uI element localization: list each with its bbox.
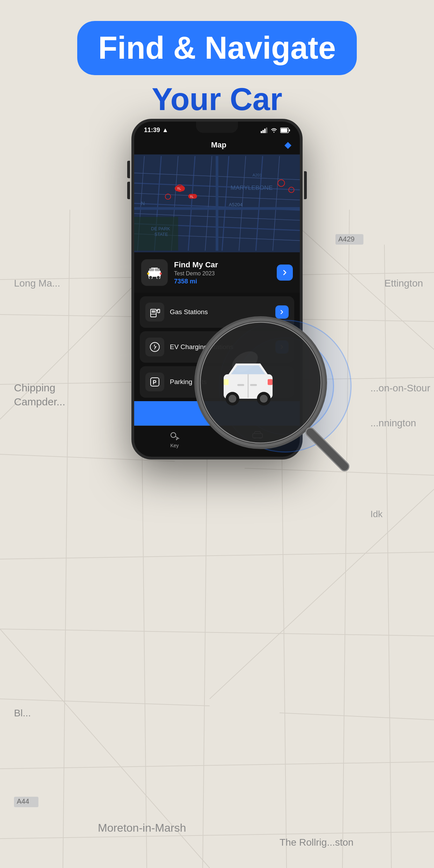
- magnifier-svg: [191, 313, 359, 480]
- find-car-distance: 7358 mi: [174, 278, 270, 285]
- nav-item-key[interactable]: Key: [170, 431, 180, 448]
- svg-rect-113: [268, 379, 273, 385]
- app-header-section: Find & Navigate Your Car: [0, 21, 434, 117]
- svg-rect-37: [262, 130, 264, 133]
- svg-text:...nnington: ...nnington: [370, 418, 416, 428]
- svg-rect-36: [261, 131, 262, 133]
- volume-down-button: [127, 182, 130, 199]
- svg-point-89: [150, 342, 159, 352]
- svg-point-106: [229, 395, 236, 403]
- svg-text:Chipping: Chipping: [14, 382, 55, 393]
- svg-rect-110: [237, 384, 244, 386]
- svg-text:TL: TL: [177, 187, 181, 190]
- svg-rect-85: [152, 310, 155, 313]
- svg-rect-42: [289, 129, 290, 131]
- headline-line1: Find & Navigate: [98, 30, 336, 65]
- svg-rect-111: [250, 384, 257, 386]
- svg-text:DE PARK: DE PARK: [151, 226, 170, 231]
- find-my-car-card[interactable]: Find My Car Test Demo 2023 7358 mi: [134, 252, 300, 293]
- signal-icon: [261, 128, 268, 133]
- parking-icon-box: P: [145, 372, 164, 391]
- find-car-arrow-button[interactable]: [277, 265, 293, 281]
- app-nav-bar: Map ◆: [134, 137, 300, 154]
- svg-text:Bl...: Bl...: [14, 708, 31, 718]
- svg-text:A44: A44: [17, 797, 29, 805]
- phone-notch: [196, 122, 238, 133]
- svg-rect-112: [224, 379, 229, 385]
- svg-rect-80: [149, 268, 154, 271]
- phone-mockup: 11:39 ▲: [131, 119, 303, 460]
- headline-badge: Find & Navigate: [77, 21, 357, 75]
- svg-point-78: [149, 276, 152, 279]
- gas-pump-icon: [149, 306, 160, 318]
- svg-text:...on-on-Stour: ...on-on-Stour: [370, 383, 430, 393]
- svg-text:TL: TL: [190, 195, 194, 198]
- svg-text:Ettington: Ettington: [384, 278, 423, 289]
- svg-text:Idk: Idk: [370, 509, 383, 519]
- svg-text:MARYLEBONE: MARYLEBONE: [231, 184, 273, 191]
- svg-text:A5204: A5204: [229, 202, 243, 207]
- svg-point-79: [157, 276, 160, 279]
- svg-text:STATE: STATE: [154, 232, 168, 237]
- find-car-title: Find My Car: [174, 260, 270, 269]
- svg-text:P: P: [153, 379, 157, 385]
- key-nav-label: Key: [171, 443, 179, 448]
- svg-point-108: [260, 395, 268, 403]
- svg-point-92: [171, 433, 176, 437]
- volume-up-button: [127, 161, 130, 178]
- svg-rect-81: [155, 268, 160, 271]
- chevron-right-icon: [282, 269, 288, 276]
- svg-text:Campder...: Campder...: [14, 396, 65, 407]
- premium-diamond-icon[interactable]: ◆: [284, 139, 291, 150]
- car-icon: [146, 266, 162, 279]
- wifi-icon: [270, 128, 277, 133]
- status-right: [261, 128, 290, 133]
- status-left: 11:39 ▲: [144, 126, 168, 134]
- parking-icon: P: [149, 376, 160, 388]
- magnifier-overlay: [191, 313, 359, 480]
- svg-text:Long Ma...: Long Ma...: [14, 278, 60, 289]
- find-car-info: Find My Car Test Demo 2023 7358 mi: [174, 260, 270, 285]
- power-button: [304, 171, 307, 199]
- ev-plug-icon: [149, 341, 160, 353]
- headline-line2: Your Car: [152, 82, 282, 117]
- car-icon-container: [141, 259, 168, 286]
- status-time: 11:39: [144, 126, 160, 134]
- svg-text:A429: A429: [338, 235, 355, 243]
- map-view[interactable]: A5204 DE PARK STATE MARYLEBONE A201 N TL…: [134, 154, 300, 252]
- svg-text:A201: A201: [253, 173, 262, 177]
- svg-text:The Rollrig...ston: The Rollrig...ston: [280, 837, 354, 848]
- svg-rect-83: [160, 273, 162, 275]
- svg-rect-41: [281, 128, 288, 132]
- svg-rect-38: [264, 129, 266, 133]
- key-nav-icon: [170, 431, 180, 441]
- app-title: Map: [153, 140, 284, 150]
- battery-icon: [280, 128, 290, 133]
- svg-text:Moreton-in-Marsh: Moreton-in-Marsh: [98, 822, 186, 834]
- location-icon: ▲: [162, 126, 168, 134]
- gas-stations-icon-box: [145, 303, 164, 321]
- svg-rect-82: [147, 273, 149, 275]
- svg-text:N: N: [141, 200, 145, 206]
- svg-rect-39: [266, 128, 267, 133]
- ev-charging-icon-box: [145, 338, 164, 356]
- svg-line-115: [310, 432, 345, 466]
- find-car-subtitle: Test Demo 2023: [174, 270, 270, 277]
